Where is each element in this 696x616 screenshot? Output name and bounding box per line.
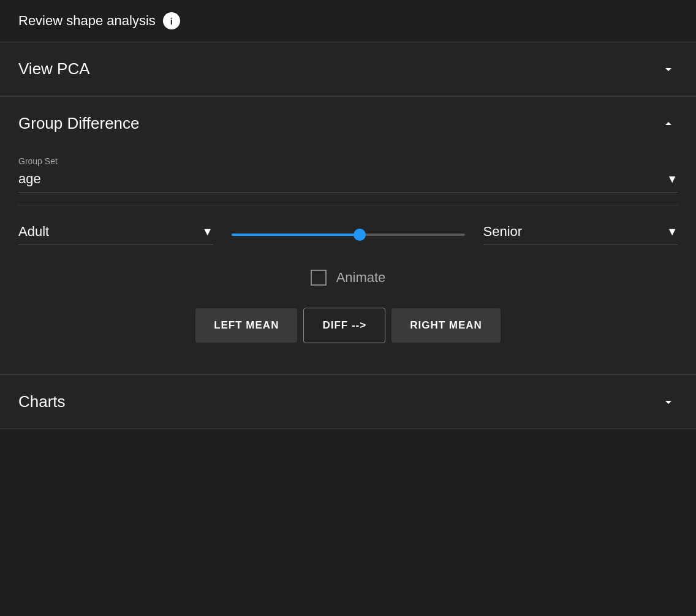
charts-section: Charts	[0, 375, 696, 428]
right-mean-button[interactable]: RIGHT MEAN	[392, 308, 501, 343]
group-difference-content: Group Set age ▼ Adult ▼ Senior ▼	[0, 150, 696, 374]
group-controls-row: Adult ▼ Senior ▼	[18, 224, 678, 245]
slider-track	[232, 234, 465, 236]
diff-button[interactable]: DIFF -->	[303, 308, 385, 343]
left-mean-button[interactable]: LEFT MEAN	[195, 308, 297, 343]
slider-fill	[232, 234, 360, 236]
left-group-chevron-down-icon: ▼	[202, 226, 213, 238]
mean-buttons-row: LEFT MEAN DIFF --> RIGHT MEAN	[18, 308, 678, 343]
group-set-select[interactable]: age ▼	[18, 171, 678, 192]
slider-thumb[interactable]	[354, 229, 366, 241]
left-group-value: Adult	[18, 224, 49, 240]
view-pca-header[interactable]: View PCA	[0, 42, 696, 96]
right-group-value: Senior	[483, 224, 523, 240]
charts-title: Charts	[18, 392, 66, 411]
left-group-select[interactable]: Adult ▼	[18, 224, 213, 245]
inner-divider	[18, 205, 678, 205]
animate-checkbox[interactable]	[311, 270, 327, 286]
view-pca-title: View PCA	[18, 59, 90, 78]
animate-row: Animate	[18, 270, 678, 286]
charts-header[interactable]: Charts	[0, 375, 696, 428]
group-difference-title: Group Difference	[18, 114, 140, 133]
view-pca-chevron-down-icon	[659, 60, 678, 78]
charts-divider	[0, 428, 696, 429]
page-header: Review shape analysis i	[0, 0, 696, 42]
group-difference-section: Group Difference Group Set age ▼ Adult ▼	[0, 97, 696, 375]
comparison-slider-container	[225, 234, 471, 236]
view-pca-section: View PCA	[0, 42, 696, 96]
group-difference-header[interactable]: Group Difference	[0, 97, 696, 150]
animate-label: Animate	[336, 270, 386, 286]
group-difference-chevron-up-icon	[659, 115, 678, 133]
page-title: Review shape analysis	[18, 13, 156, 29]
right-group-select[interactable]: Senior ▼	[483, 224, 678, 245]
info-icon[interactable]: i	[163, 12, 180, 29]
group-set-value: age	[18, 171, 41, 187]
group-set-label: Group Set	[18, 156, 678, 166]
group-set-chevron-down-icon: ▼	[667, 173, 678, 186]
charts-chevron-down-icon	[659, 393, 678, 411]
right-group-chevron-down-icon: ▼	[667, 226, 678, 238]
